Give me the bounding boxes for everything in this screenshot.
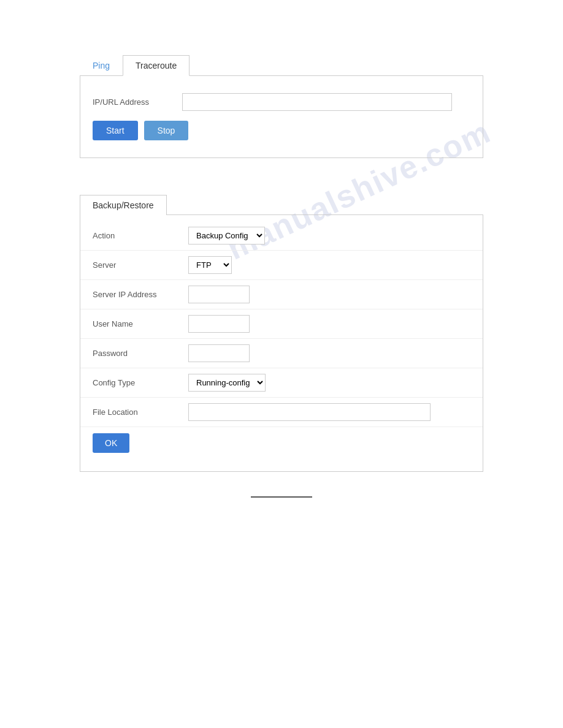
config-type-row: Config Type Running-config Startup-confi… <box>80 368 483 398</box>
stop-button[interactable]: Stop <box>144 121 189 140</box>
username-label: User Name <box>93 319 178 328</box>
server-select[interactable]: FTP TFTP SCP <box>188 256 232 274</box>
start-button[interactable]: Start <box>93 121 138 140</box>
tab-ping[interactable]: Ping <box>80 55 123 75</box>
action-select[interactable]: Backup Config Restore Config <box>188 227 265 245</box>
config-type-label: Config Type <box>93 378 178 387</box>
ok-button[interactable]: OK <box>93 433 129 453</box>
ip-url-input[interactable] <box>182 93 452 111</box>
traceroute-buttons-row: Start Stop <box>80 116 483 145</box>
action-row: Action Backup Config Restore Config <box>80 221 483 251</box>
traceroute-section: Ping Traceroute IP/URL Address Start Sto… <box>80 55 483 158</box>
password-row: Password <box>80 339 483 368</box>
file-location-label: File Location <box>93 408 178 417</box>
tab-backup-restore[interactable]: Backup/Restore <box>80 195 167 215</box>
tab-bar: Ping Traceroute <box>80 55 483 76</box>
username-row: User Name <box>80 309 483 339</box>
backup-tab-bar: Backup/Restore <box>80 195 483 215</box>
tab-traceroute[interactable]: Traceroute <box>123 55 190 76</box>
backup-restore-section: Backup/Restore Action Backup Config Rest… <box>80 195 483 472</box>
traceroute-form: IP/URL Address Start Stop <box>80 76 483 158</box>
file-location-input[interactable] <box>188 403 431 421</box>
backup-form: Action Backup Config Restore Config Serv… <box>80 215 483 472</box>
server-ip-label: Server IP Address <box>93 290 178 299</box>
password-label: Password <box>93 349 178 358</box>
server-ip-row: Server IP Address <box>80 280 483 309</box>
config-type-select[interactable]: Running-config Startup-config <box>188 374 266 392</box>
ip-url-row: IP/URL Address <box>80 88 483 116</box>
username-input[interactable] <box>188 315 250 333</box>
ip-url-label: IP/URL Address <box>93 97 172 107</box>
password-input[interactable] <box>188 344 250 362</box>
file-location-row: File Location <box>80 398 483 427</box>
server-row: Server FTP TFTP SCP <box>80 251 483 280</box>
action-label: Action <box>93 231 178 240</box>
bottom-divider <box>251 496 312 498</box>
server-ip-input[interactable] <box>188 286 250 303</box>
server-label: Server <box>93 260 178 270</box>
page-wrapper: manualshive.com Ping Traceroute IP/URL A… <box>0 0 563 728</box>
